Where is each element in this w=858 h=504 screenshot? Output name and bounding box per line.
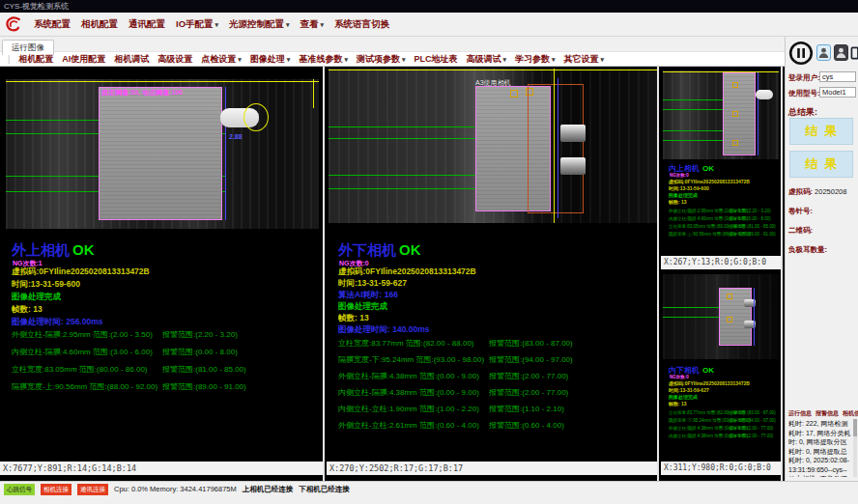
alarm-range: 报警范围:(83.00 - 87.00) [489,338,573,349]
ref-line-yellow [6,81,319,82]
user-login-button[interactable] [816,44,831,61]
tool-test-params[interactable]: 测试项参数 [357,53,406,66]
ng-count: NG次数:0 [670,375,689,379]
menu-language-switch[interactable]: 系统语言切换 [334,18,389,31]
threshold-annotation: 固定阈值:93, 动态阈值:100 [101,88,183,98]
ref-line-yellow [329,70,657,70]
tool-camera-config[interactable]: 相机配置 [18,53,53,66]
info-line: 图像处理完成 [12,292,61,303]
camera-view-inner-upper: 内上相机OK NG次数:0 虚拟码:0FYIline20250208133134… [661,67,781,269]
log-scrollbar[interactable] [853,419,857,477]
cpu-memory-readout: Cpu: 0.0% Memory: 3424.41796875M [114,485,237,493]
menu-camera-config[interactable]: 相机配置 [81,18,118,31]
tool-advanced-settings[interactable]: 高级设置 [157,53,192,66]
measurement-value: 立柱宽度:83.77mm 范围:(82.00 - 88.00) [669,410,729,415]
measurement-value: 内侧立柱-隔膜:4.38mm 范围:(0.00 - 9.00) [669,434,729,438]
app-logo-icon [4,14,23,34]
menu-system-config[interactable]: 系统配置 [34,18,71,31]
camera-result-title: 外下相机OK [338,241,421,260]
measure-line-green [663,130,730,131]
ng-count: NG次数:0 [670,173,689,178]
log-tab-run-info[interactable]: 运行信息 [788,409,812,418]
result-box-upper: 结果 [789,118,853,145]
info-line: 帧数: 13 [12,304,43,316]
tool-other-settings[interactable]: 其它设置 [563,53,604,66]
measurement-row: 外侧立柱-隔膜:2.95mm 范围:(2.00 - 3.50)报警范围:(2.2… [669,209,779,213]
virtual-code-value: 20250208 [815,187,846,196]
scrollbar-thumb[interactable] [853,419,857,436]
info-line: 图像处理完成 [338,301,387,313]
virtual-code-label: 虚拟码: 20250208 [788,187,846,197]
info-line: 帧数: 13 [669,401,687,406]
alarm-range: 报警范围:(89.00 - 91.00) [162,381,246,392]
measurement-value: 内侧立柱-隔膜:4.38mm 范围:(0.00 - 9.00) [338,387,489,398]
user-manage-button[interactable] [834,44,848,61]
measurement-value: 内侧立柱-隔膜:4.60mm 范围:(3.00 - 6.00) [12,347,162,357]
negative-tab-count-label: 负极耳数量: [788,245,827,255]
measurement-value: 立柱宽度:83.05mm 范围:(80.00 - 86.00) [12,364,162,375]
exit-door-icon [850,46,858,60]
model-field[interactable] [819,87,856,98]
alarm-range: 报警范围:(83.00 - 87.00) [729,410,776,415]
measure-line-green [663,307,727,308]
ref-line-yellow [663,71,779,72]
tool-spot-check[interactable]: 点检设置 [201,53,242,66]
measurement-row: 内侧立柱-隔膜:4.38mm 范围:(0.00 - 9.00)报警范围:(2.0… [338,387,655,398]
camera-image[interactable] [663,70,779,159]
measurement-row: 隔膜宽度-上:90.56mm 范围:(88.00 - 92.00)报警范围:(8… [12,381,321,392]
virtual-code-caption: 虚拟码: [788,187,813,196]
info-line: 图像处理时间: 256.00ms [12,317,102,328]
menu-comm-config[interactable]: 通讯配置 [129,18,165,31]
info-line: 图像处理完成 [669,394,698,400]
tool-plc-address[interactable]: PLC地址表 [414,53,457,66]
pixel-coordinate-readout: X:267;Y:13;R:0;G:0;B:0 [661,256,781,269]
window-title: CYS-视觉检测系统 [4,2,69,11]
info-line: 时间:13-31-59-600 [669,185,709,191]
feature-marker [732,82,738,88]
measurement-row: 立柱宽度:83.77mm 范围:(82.00 - 88.00)报警范围:(83.… [338,338,655,349]
status-bar: 心跳信号 相机连接 通讯连接 Cpu: 0.0% Memory: 3424.41… [0,481,858,504]
measurement-value: 外侧立柱-隔膜:4.38mm 范围:(0.00 - 9.00) [669,426,729,431]
menu-io-config[interactable]: IO手配置 [176,18,218,31]
person-icon [818,47,829,59]
info-line: 虚拟码:0FYIline2025020813313472B [669,380,750,386]
alarm-range: 报警范围:(81.00 - 85.00) [162,364,246,375]
small-views-column: 内上相机OK NG次数:0 虚拟码:0FYIline20250208133134… [661,67,783,481]
measurement-row: 外侧立柱-隔膜:2.95mm 范围:(2.00 - 3.50)报警范围:(2.2… [12,329,321,340]
tab-row: 运行图像 [0,37,785,51]
info-line: 时间:13-31-59-600 [12,279,80,291]
measurement-row: 外侧立柱-隔膜:4.38mm 范围:(0.00 - 9.00)报警范围:(2.0… [669,426,779,431]
tool-baseline-params[interactable]: 基准线参数 [299,53,348,66]
camera-image[interactable] [663,274,779,359]
measurement-row: 立柱宽度:83.77mm 范围:(82.00 - 88.00)报警范围:(83.… [669,410,779,415]
model-label: 使用型号: [788,89,820,98]
info-line: 虚拟码:0FYIline2025020813313472B [12,266,150,278]
log-tabs: 运行信息 报警信息 相机信息 [788,409,858,418]
person-icon [836,47,846,59]
camera-image[interactable]: A3使用相机 [329,69,657,223]
login-user-field[interactable] [819,71,856,82]
measurement-value: 隔膜宽度-下:95.24mm 范围:(93.00 - 98.00) [338,354,489,365]
tool-image-processing[interactable]: 图像处理 [250,53,291,66]
log-tab-camera-info[interactable]: 相机信息 [843,409,858,418]
tool-advanced-debug[interactable]: 高级调试 [466,53,506,66]
tool-ai-config[interactable]: AI使用配置 [62,53,105,66]
camera-link-badge: 相机连接 [41,484,72,495]
menu-light-config[interactable]: 光源控制配置 [229,18,290,31]
alarm-range: 报警范围:(2.00 - 77.00) [729,434,773,438]
tool-learning-params[interactable]: 学习参数 [515,53,556,66]
measure-line-green [663,140,730,141]
measurement-value: 内侧立柱-立柱:1.90mm 范围:(1.00 - 2.20) [338,404,489,414]
exit-logout-button[interactable] [849,44,858,61]
log-tab-alarm-info[interactable]: 报警信息 [815,409,839,418]
measurement-value: 隔膜宽度-下:95.24mm 范围:(93.00 - 98.00) [669,418,729,423]
camera-view-outer-lower: A3使用相机 外下相机OK NG次数:0 [327,67,659,481]
camera-name: 内下相机 [669,366,700,375]
camera-image[interactable]: 固定阈值:93, 动态阈值:100 2.88 [6,79,319,229]
tool-camera-debug[interactable]: 相机调试 [114,53,149,66]
pause-button[interactable] [788,41,814,66]
alarm-range: 报警范围:(2.20 - 3.20) [729,209,771,213]
pixel-coordinate-readout: X:270;Y:2502;R:17;G:17;B:17 [327,462,657,475]
menu-view[interactable]: 查看 [300,18,325,31]
product-region [723,72,756,155]
